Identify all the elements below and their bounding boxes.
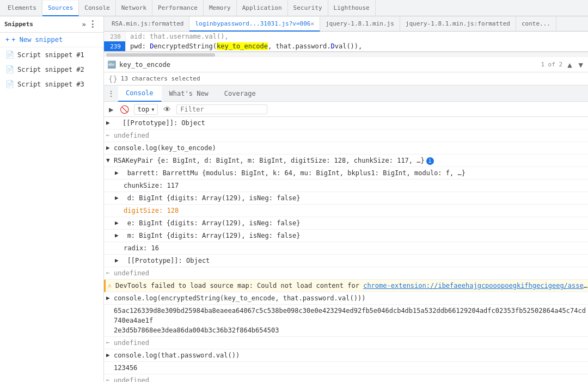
sidebar-item-snippet3[interactable]: 📄 Script snippet #3 (0, 77, 103, 91)
row-text: undefined (114, 338, 588, 348)
snippet-label-2: Script snippet #2 (17, 66, 84, 73)
warning-icon: ⚠ (108, 281, 115, 291)
file-tab-rsa[interactable]: RSA.min.js:formatted (106, 16, 189, 31)
expand-icon[interactable]: ▶ (106, 231, 119, 241)
code-line-239: 239 pwd: DencryptedString(key_to_encode,… (104, 41, 588, 51)
search-bar: 🔤 1 of 2 ▲ ▼ (104, 57, 588, 72)
row-text: barrett: BarrettMu {modulus: BigInt, k: … (119, 168, 588, 178)
row-text: 65ac126339d8e309bd25984ba8eaeea64067c5c5… (114, 306, 588, 335)
file-tab-bar: RSA.min.js:formatted loginbypassword...3… (104, 16, 588, 32)
console-tab-coverage[interactable]: Coverage (217, 85, 264, 101)
expand-icon[interactable]: ▶ (106, 218, 119, 228)
search-input[interactable] (119, 61, 537, 69)
file-tab-conte[interactable]: conte... (516, 16, 556, 31)
tab-memory[interactable]: Memory (204, 0, 237, 16)
new-snippet-button[interactable]: + + New snippet (0, 33, 103, 47)
console-row-undefined3: ← undefined (104, 337, 588, 349)
context-selector[interactable]: top ▾ (134, 104, 158, 115)
scrollbar-thumb[interactable] (106, 53, 215, 57)
console-toolbar: ▶ 🚫 top ▾ 👁 (104, 102, 588, 117)
console-row-encrypted: 65ac126339d8e309bd25984ba8eaeea64067c5c5… (104, 305, 588, 337)
console-row-e: ▶ e: BigInt {digits: Array(129), isNeg: … (104, 217, 588, 230)
file-tab-login[interactable]: loginbypassword...31031.js?v=006 ✕ (189, 17, 320, 32)
horizontal-scrollbar[interactable] (104, 52, 588, 57)
curly-braces-icon: {} (108, 75, 118, 83)
plus-icon: + (5, 36, 9, 44)
file-tab-jquery-formatted-label: jquery-1.8.1.min.js:formatted (406, 20, 510, 27)
console-row-prototype2: ▶ [[Prototype]]: Object (104, 255, 588, 267)
sidebar: Snippets » ⋮ + + New snippet 📄 Script sn… (0, 16, 104, 382)
search-next-button[interactable]: ▼ (577, 60, 585, 69)
expand-icon[interactable]: ▼ (106, 156, 114, 165)
row-text: console.log(that.password.val()) (114, 350, 588, 360)
tab-console[interactable]: Console (79, 0, 115, 16)
expand-icon[interactable]: ▶ (106, 118, 114, 128)
console-row-password: 123456 (104, 362, 588, 374)
content-area: RSA.min.js:formatted loginbypassword...3… (104, 16, 588, 382)
search-icon: 🔤 (107, 60, 116, 69)
console-row-undefined2: ← undefined (104, 267, 588, 280)
console-row-log1: ▶ console.log(key_to_encode) (104, 142, 588, 155)
snippet-label-1: Script snippet #1 (17, 51, 84, 59)
row-text: chunkSize: 117 (115, 181, 588, 190)
chevron-down-icon: ▾ (151, 106, 155, 113)
expand-icon[interactable]: ▶ (106, 350, 114, 360)
sidebar-menu-icon[interactable]: ⋮ (86, 19, 99, 29)
console-tab-console[interactable]: Console (118, 86, 162, 102)
expand-icon[interactable]: ▶ (106, 293, 114, 303)
row-text: e: BigInt {digits: Array(129), isNeg: fa… (119, 218, 588, 228)
execute-script-button[interactable]: ▶ (107, 104, 115, 115)
warning-link[interactable]: chrome-extension://ibefaeehajgcpooopoegk… (363, 282, 588, 289)
sidebar-item-snippet2[interactable]: 📄 Script snippet #2 (0, 62, 103, 77)
row-text: [[Prototype]]: Object (114, 118, 588, 128)
expand-icon[interactable]: ▶ (106, 168, 119, 178)
sidebar-item-snippet1[interactable]: 📄 Script snippet #1 (0, 47, 103, 62)
new-snippet-label: + New snippet (11, 36, 63, 44)
console-row-log3: ▶ console.log(that.password.val()) (104, 349, 588, 362)
file-tab-jquery[interactable]: jquery-1.8.1.min.js (320, 16, 400, 31)
close-login-tab-icon[interactable]: ✕ (310, 20, 314, 27)
tab-application[interactable]: Application (237, 0, 288, 16)
expand-icon[interactable]: ▶ (106, 193, 119, 203)
filter-input[interactable] (176, 104, 267, 114)
console-row-rsakey: ▼ RSAKeyPair {e: BigInt, d: BigInt, m: B… (104, 155, 588, 167)
sidebar-expand-icon[interactable]: » (82, 20, 86, 28)
code-content-238: aid: that.username.val(), (126, 32, 229, 41)
console-row-undefined1: ← undefined (104, 130, 588, 142)
snippet-label-3: Script snippet #3 (17, 81, 84, 88)
expand-icon[interactable]: ▶ (106, 143, 114, 153)
file-tab-jquery-formatted[interactable]: jquery-1.8.1.min.js:formatted (400, 16, 516, 31)
eye-icon[interactable]: 👁 (161, 104, 173, 115)
info-icon[interactable]: i (426, 157, 434, 165)
tab-elements[interactable]: Elements (2, 0, 42, 16)
clear-console-button[interactable]: 🚫 (118, 104, 131, 115)
file-tab-login-label: loginbypassword...31031.js?v=006 (195, 20, 310, 27)
tab-lighthouse[interactable]: Lighthouse (328, 0, 376, 16)
selected-chars-text: 13 characters selected (121, 75, 200, 82)
search-prev-button[interactable]: ▲ (566, 60, 573, 69)
row-text: undefined (114, 131, 588, 140)
selected-chars-bar: {} 13 characters selected (104, 72, 588, 85)
snippet-icon-3: 📄 (5, 80, 14, 88)
file-tab-rsa-label: RSA.min.js:formatted (112, 20, 183, 27)
file-tab-conte-label: conte... (522, 20, 550, 27)
tab-sources[interactable]: Sources (42, 1, 79, 16)
tab-performance[interactable]: Performance (152, 0, 204, 16)
main-layout: Snippets » ⋮ + + New snippet 📄 Script sn… (0, 16, 588, 382)
console-row-log2: ▶ console.log(encryptedString(key_to_enc… (104, 292, 588, 305)
expand-icon[interactable]: ▶ (106, 256, 119, 266)
row-text: DevTools failed to load source map: Coul… (115, 281, 588, 291)
row-text: console.log(encryptedString(key_to_encod… (114, 293, 588, 303)
sidebar-header: Snippets » ⋮ (0, 16, 103, 33)
line-num-239: 239 (104, 41, 126, 51)
console-tab-whatsnew[interactable]: What's New (162, 85, 217, 101)
console-row-barrett: ▶ barrett: BarrettMu {modulus: BigInt, k… (104, 167, 588, 180)
tab-network[interactable]: Network (116, 0, 152, 16)
console-tab-bar: ⋮ Console What's New Coverage (104, 85, 588, 102)
console-menu-icon[interactable]: ⋮ (104, 89, 118, 98)
row-text: d: BigInt {digits: Array(129), isNeg: fa… (119, 193, 588, 203)
context-label: top (137, 106, 149, 113)
console-row-undefined4: ← undefined (104, 374, 588, 382)
tab-security[interactable]: Security (288, 0, 328, 16)
line-num-238: 238 (104, 32, 126, 41)
